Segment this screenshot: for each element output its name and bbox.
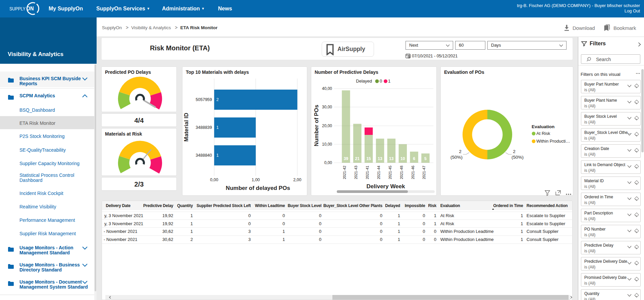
svg-text:2021-45: 2021-45 (388, 166, 392, 179)
svg-text:0: 0 (434, 229, 436, 234)
svg-text:3: 3 (248, 229, 251, 234)
svg-text:y, 3 November 2021: y, 3 November 2021 (104, 221, 143, 226)
svg-text:Impossible: Impossible (405, 203, 425, 208)
svg-text:2: 2 (459, 149, 462, 154)
svg-text:3488840: 3488840 (196, 153, 212, 158)
svg-text:1: 1 (398, 213, 400, 218)
svg-text:39: 39 (344, 156, 348, 161)
svg-text:2: 2 (216, 97, 219, 102)
svg-text:1: 1 (434, 213, 436, 218)
svg-text:2: 2 (191, 237, 193, 242)
svg-text:At Risk: At Risk (440, 213, 454, 218)
svg-text:1,00: 1,00 (252, 178, 260, 182)
svg-text:19,92: 19,92 (162, 213, 173, 218)
svg-text:30,00: 30,00 (322, 105, 332, 109)
svg-text:0,00: 0,00 (210, 178, 218, 182)
svg-text:(50%): (50%) (512, 155, 524, 160)
svg-text:0: 0 (248, 221, 251, 226)
svg-text:Delivery Week: Delivery Week (367, 183, 406, 190)
svg-text:Ordered in Time: Ordered in Time (493, 203, 523, 208)
svg-text:1: 1 (521, 213, 523, 218)
svg-text:1: 1 (282, 237, 285, 242)
svg-text:1: 1 (216, 153, 219, 158)
svg-text:10: 10 (400, 156, 405, 161)
svg-text:Consult Supplier: Consult Supplier (527, 237, 559, 242)
svg-text:13: 13 (378, 156, 382, 161)
svg-text:0,00: 0,00 (324, 160, 332, 165)
svg-text:13: 13 (389, 156, 394, 161)
svg-text:30,62: 30,62 (162, 237, 173, 242)
svg-text:1: 1 (191, 213, 193, 218)
svg-text:1: 1 (521, 229, 523, 234)
svg-text:- November 2021: - November 2021 (104, 229, 137, 234)
svg-text:1: 1 (521, 237, 523, 242)
svg-text:0: 0 (380, 229, 382, 234)
svg-text:2021-44: 2021-44 (377, 166, 381, 179)
svg-text:Delayed: Delayed (356, 79, 372, 84)
svg-text:10,00: 10,00 (322, 142, 332, 147)
svg-text:1: 1 (191, 229, 193, 234)
svg-text:0: 0 (282, 213, 285, 218)
svg-text:Evaluation: Evaluation (532, 124, 554, 129)
svg-text:0: 0 (282, 221, 285, 226)
svg-text:2021-47: 2021-47 (422, 166, 426, 179)
svg-text:2021-46: 2021-46 (411, 166, 415, 179)
svg-text:1: 1 (398, 229, 400, 234)
svg-text:Within Leadtime: Within Leadtime (255, 203, 285, 208)
svg-text:0: 0 (380, 221, 382, 226)
svg-text:Delivery Date: Delivery Date (106, 203, 131, 208)
svg-text:Evaluation: Evaluation (440, 203, 460, 208)
svg-text:2: 2 (513, 149, 516, 154)
svg-text:0: 0 (319, 229, 321, 234)
svg-text:5057959: 5057959 (196, 97, 212, 102)
svg-text:1: 1 (282, 229, 285, 234)
svg-text:At Risk: At Risk (536, 131, 550, 136)
svg-text:0: 0 (380, 213, 382, 218)
svg-text:Consult Supplier: Consult Supplier (527, 229, 559, 234)
svg-text:- November 2021: - November 2021 (104, 237, 137, 242)
svg-text:1: 1 (191, 221, 193, 226)
svg-text:Recommended Action: Recommended Action (527, 203, 568, 208)
svg-text:0: 0 (319, 237, 321, 242)
svg-text:Delayed: Delayed (385, 203, 400, 208)
svg-text:0: 0 (380, 237, 382, 242)
svg-text:SUPPLY: SUPPLY (9, 6, 25, 11)
svg-text:Number of POs: Number of POs (313, 105, 320, 146)
svg-text:1: 1 (398, 221, 400, 226)
svg-text:At Risk: At Risk (440, 221, 454, 226)
svg-text:0: 0 (423, 221, 425, 226)
svg-text:0: 0 (423, 229, 425, 234)
svg-text:Material ID: Material ID (183, 113, 190, 142)
svg-text:21: 21 (355, 156, 360, 161)
svg-text:0: 0 (423, 213, 425, 218)
svg-text:2021-48: 2021-48 (399, 166, 404, 179)
svg-text:3488839: 3488839 (196, 125, 212, 130)
svg-text:0: 0 (380, 79, 382, 84)
svg-text:0: 0 (423, 237, 425, 242)
svg-text:0: 0 (248, 213, 251, 218)
svg-text:Within Production Leadtime: Within Production Leadtime (440, 237, 494, 242)
svg-text:Number of delayed POs: Number of delayed POs (226, 185, 290, 191)
svg-text:6: 6 (413, 156, 415, 161)
svg-text:Supplier Predicted Stock Left: Supplier Predicted Stock Left (197, 203, 251, 208)
svg-text:1: 1 (521, 221, 523, 226)
svg-text:20,00: 20,00 (322, 123, 332, 128)
svg-text:1: 1 (216, 125, 219, 130)
svg-text:3: 3 (248, 237, 251, 242)
svg-text:Predictive Delay: Predictive Delay (143, 203, 173, 208)
svg-text:Risk: Risk (428, 203, 436, 208)
svg-text:40,00: 40,00 (322, 86, 332, 91)
svg-text:Escalate to Supplier: Escalate to Supplier (527, 213, 566, 218)
svg-text:Within Producti…: Within Producti… (536, 139, 570, 144)
svg-text:0: 0 (319, 221, 321, 226)
svg-text:2021-42: 2021-42 (342, 166, 346, 179)
svg-text:15: 15 (366, 156, 371, 161)
svg-text:y, 3 November 2021: y, 3 November 2021 (104, 213, 143, 218)
svg-text:2021-43: 2021-43 (354, 166, 358, 179)
svg-text:Quantity: Quantity (177, 203, 193, 208)
svg-text:0: 0 (319, 213, 321, 218)
svg-text:Buyer Stock Level: Buyer Stock Level (288, 203, 322, 208)
svg-text:30,62: 30,62 (162, 229, 173, 234)
svg-text:1: 1 (388, 79, 390, 84)
svg-text:1: 1 (434, 221, 436, 226)
